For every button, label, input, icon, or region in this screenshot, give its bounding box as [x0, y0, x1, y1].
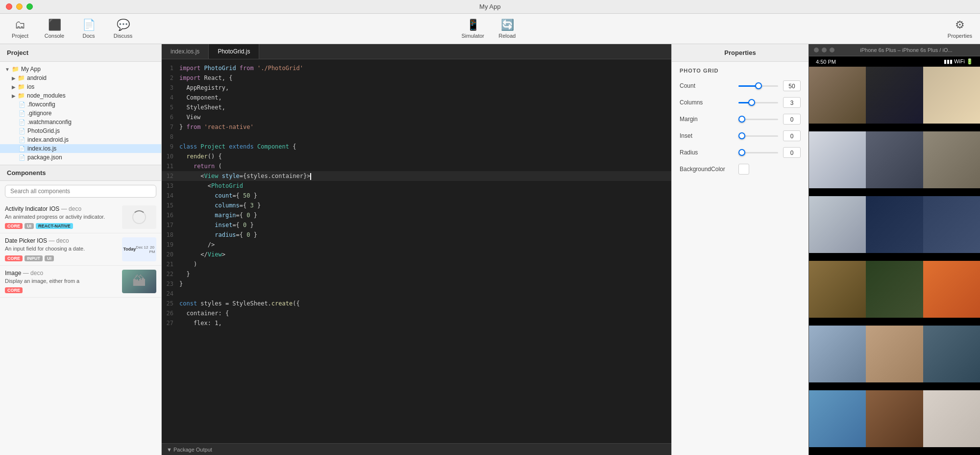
photo-cell	[866, 261, 923, 318]
tree-item-flowconfig[interactable]: 📄 .flowconfig	[0, 100, 161, 109]
arrow-icon: ▶	[12, 93, 16, 99]
inset-slider[interactable]	[738, 135, 778, 137]
phone-dot-3	[830, 48, 834, 52]
discuss-label: Discuss	[114, 33, 133, 39]
code-line: 27 flex: 1,	[162, 318, 671, 328]
tree-label: index.ios.js	[27, 145, 56, 152]
properties-header: Properties	[672, 44, 808, 62]
maximize-button[interactable]	[26, 3, 33, 10]
prop-label-inset: Inset	[680, 132, 734, 139]
tab-index-ios[interactable]: index.ios.js	[162, 44, 209, 59]
columns-value: 3	[783, 97, 801, 108]
folder-icon: 📁	[12, 66, 19, 73]
code-editor: index.ios.js PhotoGrid.js 1 import Photo…	[162, 44, 671, 455]
tree-item-ios[interactable]: ▶ 📁 ios	[0, 82, 161, 91]
code-line: 3 AppRegistry,	[162, 83, 671, 93]
editor-content[interactable]: 1 import PhotoGrid from './PhotoGrid' 2 …	[162, 59, 671, 443]
prop-row-bgcolor: BackgroundColor	[672, 161, 808, 177]
component-item-datepicker[interactable]: Date Picker IOS — deco An input field fo…	[0, 233, 161, 265]
tree-item-index-android[interactable]: 📄 index.android.js	[0, 135, 161, 144]
code-line: 24	[162, 289, 671, 299]
photo-cell	[923, 67, 980, 124]
code-line: 1 import PhotoGrid from './PhotoGrid'	[162, 63, 671, 73]
arrow-icon: ▼	[5, 67, 10, 72]
tab-photogrid[interactable]: PhotoGrid.js	[209, 44, 259, 59]
code-line: 22 }	[162, 269, 671, 279]
tree-label: .watchmanconfig	[27, 119, 72, 126]
tree-item-gitignore[interactable]: 📄 .gitignore	[0, 109, 161, 118]
code-line: 26 container: {	[162, 308, 671, 318]
code-line: 4 Component,	[162, 93, 671, 102]
discuss-button[interactable]: 💬 Discuss	[111, 19, 135, 39]
code-line: 6 View	[162, 112, 671, 122]
prop-label-radius: Radius	[680, 149, 734, 156]
components-header: Components	[0, 165, 161, 181]
docs-icon: 📄	[82, 19, 96, 31]
file-icon: 📄	[19, 110, 25, 117]
title-bar: My App	[0, 0, 980, 14]
tree-item-photogrid-js[interactable]: 📄 PhotoGrid.js	[0, 126, 161, 135]
simulator-button[interactable]: 📱 Simulator	[461, 19, 485, 39]
reload-icon: 🔄	[501, 19, 514, 31]
photo-cell	[809, 326, 866, 382]
component-item-activity[interactable]: Activity Indicator IOS — deco An animate…	[0, 202, 161, 233]
tree-item-watchman[interactable]: 📄 .watchmanconfig	[0, 118, 161, 126]
code-line-active: 12 <View style={styles.container}>	[162, 171, 671, 181]
columns-slider[interactable]	[738, 102, 778, 103]
main-area: Project ▼ 📁 My App ▶ 📁 android ▶ 📁 ios ▶…	[0, 44, 980, 455]
code-line: 8	[162, 132, 671, 142]
properties-label: Properties	[948, 33, 972, 39]
docs-button[interactable]: 📄 Docs	[76, 19, 101, 39]
minimize-button[interactable]	[16, 3, 23, 10]
photo-cell	[809, 196, 866, 253]
search-input[interactable]	[5, 185, 156, 198]
photo-cell	[809, 390, 866, 447]
photo-cell	[923, 131, 980, 188]
prop-row-margin: Margin 0	[672, 111, 808, 127]
project-button[interactable]: 🗂 Project	[8, 19, 32, 39]
prop-slider-radius	[738, 152, 778, 153]
code-line: 14 count={ 50 }	[162, 191, 671, 201]
component-list: Activity Indicator IOS — deco An animate…	[0, 202, 161, 455]
radius-slider[interactable]	[738, 152, 778, 153]
count-slider[interactable]	[738, 85, 778, 87]
photo-cell	[809, 131, 866, 188]
toolbar-center: 📱 Simulator 🔄 Reload	[461, 19, 519, 39]
tree-item-package[interactable]: 📄 package.json	[0, 153, 161, 162]
color-picker[interactable]	[738, 164, 749, 175]
radius-value: 0	[783, 147, 801, 158]
console-icon: ⬛	[48, 19, 61, 31]
code-line: 5 StyleSheet,	[162, 102, 671, 112]
tree-label: PhotoGrid.js	[27, 127, 60, 134]
tree-item-myapp[interactable]: ▼ 📁 My App	[0, 65, 161, 74]
component-item-image[interactable]: Image — deco Display an image, either fr…	[0, 266, 161, 298]
photo-cell	[923, 326, 980, 382]
prop-slider-columns	[738, 102, 778, 103]
file-icon: 📄	[19, 128, 25, 134]
margin-slider[interactable]	[738, 119, 778, 120]
discuss-icon: 💬	[117, 19, 130, 31]
tree-label: index.android.js	[27, 136, 69, 143]
properties-button[interactable]: ⚙ Properties	[948, 19, 972, 39]
tag-ui: UI	[24, 223, 34, 229]
file-icon: 📄	[19, 146, 25, 152]
component-desc: An animated progress or activity indicat…	[5, 213, 117, 221]
component-info: Image — deco Display an image, either fr…	[5, 270, 117, 293]
console-button[interactable]: ⬛ Console	[42, 19, 67, 39]
project-label: Project	[12, 33, 28, 39]
component-desc: Display an image, either from a	[5, 278, 117, 285]
component-preview-date: Today Dec1220 PM	[122, 237, 156, 261]
margin-value: 0	[783, 114, 801, 125]
tree-item-android[interactable]: ▶ 📁 android	[0, 74, 161, 82]
tree-item-node[interactable]: ▶ 📁 node_modules	[0, 91, 161, 100]
traffic-lights	[6, 3, 33, 10]
tag-core: CORE	[5, 223, 23, 229]
code-line: 10 render() {	[162, 152, 671, 161]
photo-cell	[923, 261, 980, 318]
arrow-icon: ▶	[12, 76, 16, 81]
close-button[interactable]	[6, 3, 12, 10]
tree-item-index-ios[interactable]: 📄 index.ios.js	[0, 144, 161, 153]
reload-button[interactable]: 🔄 Reload	[495, 19, 519, 39]
prop-slider-count	[738, 85, 778, 87]
code-line: 11 return (	[162, 161, 671, 171]
